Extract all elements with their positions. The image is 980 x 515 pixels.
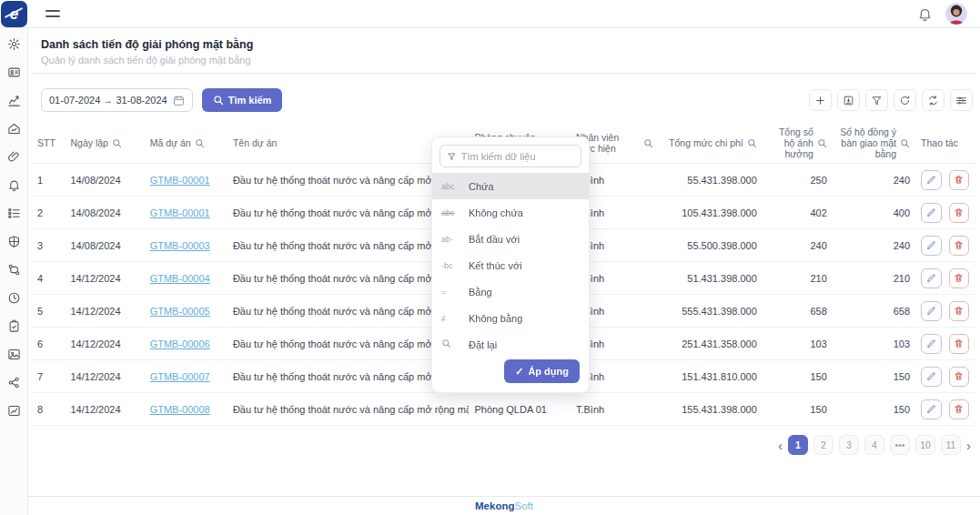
edit-button[interactable] xyxy=(921,203,941,223)
column-search-icon[interactable] xyxy=(112,138,122,148)
edit-button[interactable] xyxy=(921,268,941,288)
next-page-button[interactable]: › xyxy=(966,439,971,452)
col-tong-so-ho: Tổng số hộ ánh hưởng xyxy=(763,123,833,164)
menu-toggle-icon[interactable] xyxy=(45,7,60,20)
table-toolbar xyxy=(809,89,973,111)
app-logo[interactable]: e xyxy=(1,1,27,27)
filter-option-starts-with[interactable]: ab·Bắt đầu với xyxy=(432,226,589,252)
page-button-10[interactable]: 10 xyxy=(915,435,935,455)
user-avatar[interactable] xyxy=(945,3,967,25)
delete-button[interactable] xyxy=(949,301,969,321)
share-nodes-icon[interactable] xyxy=(7,376,21,389)
refresh-icon xyxy=(899,95,911,106)
clock-history-icon[interactable] xyxy=(7,291,21,305)
delete-button[interactable] xyxy=(949,203,969,223)
cell-stt: 3 xyxy=(32,229,65,262)
bell-icon[interactable] xyxy=(7,178,21,192)
delete-button[interactable] xyxy=(949,236,969,256)
paperclip-icon[interactable] xyxy=(7,150,21,164)
search-button[interactable]: Tìm kiếm xyxy=(202,88,283,112)
image-icon[interactable] xyxy=(7,348,21,361)
cell-cost: 151.431.810.000 xyxy=(659,360,763,393)
edit-button[interactable] xyxy=(921,334,941,354)
project-code-link[interactable]: GTMB-00003 xyxy=(150,240,210,251)
edit-button[interactable] xyxy=(921,367,941,387)
cell-affected: 103 xyxy=(763,328,833,360)
filter-option-not-contains[interactable]: abcKhông chứa xyxy=(432,199,589,226)
prev-page-button[interactable]: ‹ xyxy=(778,439,783,452)
cell-agreed: 240 xyxy=(833,164,915,197)
edit-button[interactable] xyxy=(921,170,941,190)
column-settings-button[interactable] xyxy=(950,89,973,111)
edit-button[interactable] xyxy=(921,236,941,256)
column-search-icon[interactable] xyxy=(817,138,827,148)
project-code-link[interactable]: GTMB-00006 xyxy=(150,338,210,349)
date-range-picker[interactable]: 01-07-2024 → 31-08-2024 xyxy=(41,88,193,112)
col-tong-muc-chi-phi: Tổng mức chi phí xyxy=(659,123,763,164)
refresh-button[interactable] xyxy=(894,89,916,111)
cell-stt: 2 xyxy=(32,197,65,229)
add-button[interactable] xyxy=(809,89,832,111)
filter-button[interactable] xyxy=(865,89,888,111)
delete-button[interactable] xyxy=(949,367,969,387)
task-list-icon[interactable] xyxy=(7,207,21,220)
delete-button[interactable] xyxy=(949,399,969,419)
column-search-icon[interactable] xyxy=(643,138,653,148)
column-search-icon[interactable] xyxy=(747,138,757,148)
not-equals-icon: ≠ xyxy=(441,314,463,323)
page-button-3[interactable]: 3 xyxy=(839,435,859,455)
page-button-1[interactable]: 1 xyxy=(788,435,808,455)
cell-date: 14/12/2024 xyxy=(65,262,144,295)
notification-bell-icon[interactable] xyxy=(917,6,933,22)
id-card-icon[interactable] xyxy=(7,66,21,79)
settings-gear-icon[interactable] xyxy=(7,37,21,51)
starts-with-icon: ab· xyxy=(441,235,463,244)
project-code-link[interactable]: GTMB-00001 xyxy=(150,175,210,186)
filter-option-reset[interactable]: Đặt lại xyxy=(432,331,589,358)
pencil-icon xyxy=(926,371,936,381)
home-dashboard-icon[interactable] xyxy=(7,122,21,136)
delete-button[interactable] xyxy=(949,170,969,190)
edit-button[interactable] xyxy=(921,399,941,419)
project-code-link[interactable]: GTMB-00004 xyxy=(150,273,210,284)
filter-search-box[interactable] xyxy=(439,145,581,167)
shield-icon[interactable] xyxy=(7,235,21,248)
filter-option-not-equals[interactable]: ≠Không bằng xyxy=(432,305,589,331)
export-button[interactable] xyxy=(837,89,860,111)
page-button-4[interactable]: 4 xyxy=(864,435,884,455)
filter-option-equals[interactable]: =Bằng xyxy=(432,278,589,305)
cell-cost: 155.431.398.000 xyxy=(659,393,763,426)
trash-icon xyxy=(954,404,964,414)
delete-button[interactable] xyxy=(949,334,969,354)
cell-agreed: 150 xyxy=(833,360,915,393)
delete-button[interactable] xyxy=(949,268,969,288)
trash-icon xyxy=(954,240,964,250)
cell-affected: 240 xyxy=(763,229,833,262)
cell-agreed: 103 xyxy=(833,328,915,360)
cell-cost: 555.431.398.000 xyxy=(659,295,763,328)
clipboard-check-icon[interactable] xyxy=(7,319,21,333)
filter-search-input[interactable] xyxy=(461,151,574,162)
cell-affected: 150 xyxy=(763,393,833,426)
apply-filter-button[interactable]: ✓ Áp dụng xyxy=(504,359,580,383)
project-code-link[interactable]: GTMB-00005 xyxy=(150,306,210,317)
page-button-•••[interactable]: ••• xyxy=(890,435,910,455)
project-code-link[interactable]: GTMB-00007 xyxy=(150,371,210,382)
workflow-icon[interactable] xyxy=(7,263,21,277)
project-code-link[interactable]: GTMB-00001 xyxy=(150,207,210,218)
filter-option-ends-with[interactable]: ·bcKết thúc với xyxy=(432,252,589,278)
sync-button[interactable] xyxy=(922,89,945,111)
column-search-icon[interactable] xyxy=(900,138,910,148)
filter-popup: abcChứa abcKhông chứa ab·Bắt đầu với ·bc… xyxy=(431,136,590,393)
page-button-11[interactable]: 11 xyxy=(941,435,961,455)
analytics-chart-icon[interactable] xyxy=(7,94,21,107)
pencil-icon xyxy=(926,207,936,217)
cell-date: 14/08/2024 xyxy=(65,164,144,197)
edit-button[interactable] xyxy=(921,301,941,321)
page-button-2[interactable]: 2 xyxy=(813,435,834,455)
column-search-icon[interactable] xyxy=(195,138,205,148)
filter-option-contains[interactable]: abcChứa xyxy=(432,173,589,199)
trash-icon xyxy=(954,306,964,316)
media-chart-icon[interactable] xyxy=(7,404,21,418)
project-code-link[interactable]: GTMB-00008 xyxy=(150,404,210,415)
